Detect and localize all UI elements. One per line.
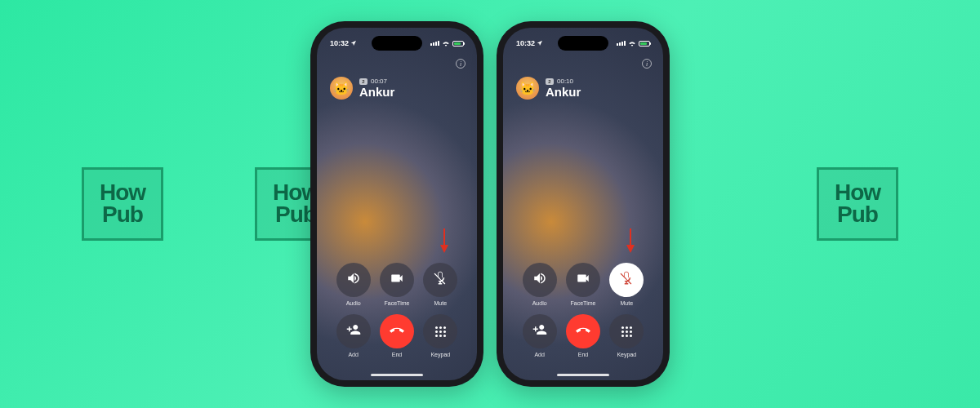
status-time: 10:32 <box>330 39 349 47</box>
status-left: 10:32 <box>516 39 543 47</box>
location-arrow-icon <box>350 40 357 47</box>
add-label: Add <box>534 352 544 357</box>
speaker-icon <box>532 271 547 289</box>
info-icon[interactable]: i <box>642 59 652 69</box>
end-call-icon <box>576 322 590 340</box>
caller-name: Ankur <box>546 85 581 99</box>
video-icon <box>576 271 590 289</box>
keypad-button[interactable]: Keypad <box>419 314 462 357</box>
keypad-icon <box>435 326 446 337</box>
end-label: End <box>392 352 402 357</box>
status-right <box>617 40 650 47</box>
facetime-label: FaceTime <box>385 300 410 306</box>
battery-icon <box>639 41 650 47</box>
mute-button[interactable]: Mute <box>605 263 648 306</box>
add-label: Add <box>348 352 358 357</box>
phone-row: 10:32 i 🐱 2 <box>310 21 670 387</box>
phone-frame-left: 10:32 i 🐱 2 <box>310 21 483 387</box>
facetime-button[interactable]: FaceTime <box>561 263 604 306</box>
caller-meta: 2 00:07 Ankur <box>359 78 394 99</box>
video-icon <box>390 271 404 289</box>
call-button-grid: Audio FaceTime Mute Add End <box>317 263 477 357</box>
caller-top: 2 00:10 <box>546 78 581 85</box>
dynamic-island <box>558 36 608 51</box>
phone-screen: 10:32 i 🐱 2 <box>503 28 663 380</box>
signal-icon <box>617 41 626 46</box>
mic-off-icon <box>433 271 448 289</box>
signal-icon <box>430 41 439 46</box>
keypad-label: Keypad <box>617 352 636 357</box>
watermark-line2: Pub <box>837 204 878 226</box>
add-button[interactable]: Add <box>332 314 375 357</box>
phone-screen: 10:32 i 🐱 2 <box>317 28 477 380</box>
audio-label: Audio <box>532 300 547 306</box>
sim-badge: 2 <box>546 78 554 85</box>
audio-label: Audio <box>346 300 361 306</box>
mute-label: Mute <box>621 300 634 306</box>
caller-meta: 2 00:10 Ankur <box>546 78 581 99</box>
call-duration: 00:07 <box>371 78 387 85</box>
home-indicator[interactable] <box>557 374 609 376</box>
watermark-logo: How Pub <box>817 167 898 241</box>
call-button-grid: Audio FaceTime Mute Add End <box>503 263 663 357</box>
caller-top: 2 00:07 <box>359 78 394 85</box>
location-arrow-icon <box>537 40 543 47</box>
watermark-line1: How <box>100 182 145 204</box>
wifi-icon <box>442 40 450 47</box>
caller-row: 🐱 2 00:07 Ankur <box>330 77 394 100</box>
watermark-line2: Pub <box>102 204 143 226</box>
add-button[interactable]: Add <box>518 314 561 357</box>
keypad-label: Keypad <box>430 352 450 357</box>
end-button[interactable]: End <box>561 314 604 357</box>
audio-button[interactable]: Audio <box>518 263 561 306</box>
end-button[interactable]: End <box>375 314 418 357</box>
avatar: 🐱 <box>330 77 353 100</box>
annotation-arrow <box>439 227 450 255</box>
end-label: End <box>578 352 588 357</box>
sim-badge: 2 <box>359 78 368 85</box>
wifi-icon <box>628 40 636 47</box>
battery-icon <box>452 41 464 47</box>
info-icon[interactable]: i <box>456 59 466 69</box>
speaker-icon <box>346 271 361 289</box>
add-contact-icon <box>532 322 547 340</box>
keypad-icon <box>621 326 632 337</box>
annotation-arrow <box>625 227 636 255</box>
phone-frame-right: 10:32 i 🐱 2 <box>497 21 670 387</box>
call-duration: 00:10 <box>557 78 573 85</box>
facetime-button[interactable]: FaceTime <box>375 263 418 306</box>
status-left: 10:32 <box>330 39 357 47</box>
mic-off-icon <box>619 271 634 289</box>
add-contact-icon <box>346 322 361 340</box>
keypad-button[interactable]: Keypad <box>605 314 648 357</box>
facetime-label: FaceTime <box>571 300 596 306</box>
status-time: 10:32 <box>516 39 535 47</box>
end-call-icon <box>390 322 404 340</box>
mute-button[interactable]: Mute <box>419 263 462 306</box>
watermark-line1: How <box>835 182 880 204</box>
caller-row: 🐱 2 00:10 Ankur <box>516 77 581 100</box>
dynamic-island <box>372 36 422 51</box>
audio-button[interactable]: Audio <box>332 263 375 306</box>
watermark-logo: How Pub <box>82 167 163 241</box>
avatar: 🐱 <box>516 77 539 100</box>
mute-label: Mute <box>434 300 448 306</box>
caller-name: Ankur <box>359 85 394 99</box>
status-right <box>430 40 464 47</box>
home-indicator[interactable] <box>371 374 423 376</box>
